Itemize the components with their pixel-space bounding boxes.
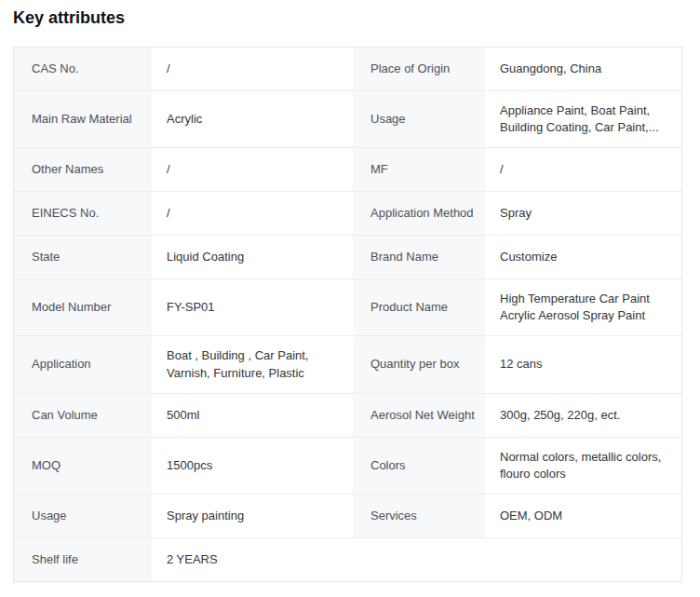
attribute-value: / <box>152 192 353 235</box>
attribute-label: Services <box>353 495 485 537</box>
table-row: Model Number FY-SP01 Product Name High T… <box>14 278 681 335</box>
attribute-value: 2 YEARS <box>152 538 681 581</box>
section-title: Key attributes <box>13 8 687 29</box>
attribute-label: Brand Name <box>353 236 485 278</box>
attribute-label: Usage <box>14 495 152 537</box>
attribute-value: Spray <box>485 192 681 235</box>
attribute-label: MOQ <box>14 438 152 494</box>
attribute-value: Customize <box>485 236 681 278</box>
table-row: Application Boat , Building , Car Paint,… <box>14 335 681 392</box>
attribute-value: High Temperature Car Paint Acrylic Aeros… <box>485 279 681 335</box>
attribute-label: Application Method <box>353 192 485 235</box>
attribute-label: Place of Origin <box>353 47 485 90</box>
attribute-value: / <box>152 47 353 90</box>
attribute-value: Guangdong, China <box>485 47 681 90</box>
attribute-value: Normal colors, metallic colors, flouro c… <box>485 438 681 494</box>
attribute-label: CAS No. <box>14 47 152 90</box>
attribute-value: Acrylic <box>152 91 353 147</box>
table-row: CAS No. / Place of Origin Guangdong, Chi… <box>14 47 681 90</box>
attribute-value: 12 cans <box>485 336 681 392</box>
attribute-label: Other Names <box>14 148 152 191</box>
attribute-label: EINECS No. <box>14 192 152 235</box>
attribute-value: FY-SP01 <box>152 279 353 335</box>
attribute-label: Quantity per box <box>353 336 485 392</box>
attribute-value: Spray painting <box>152 495 353 537</box>
attribute-label: Model Number <box>14 279 152 335</box>
attribute-label: Product Name <box>353 279 485 335</box>
attribute-value: Boat , Building , Car Paint, Varnish, Fu… <box>152 336 353 392</box>
attribute-value: / <box>485 148 681 191</box>
table-row: Can Volume 500ml Aerosol Net Weight 300g… <box>14 393 681 437</box>
attribute-value: Appliance Paint, Boat Paint, Building Co… <box>485 91 681 147</box>
table-row: EINECS No. / Application Method Spray <box>14 191 681 235</box>
attribute-label: Main Raw Material <box>14 91 152 147</box>
table-row: Other Names / MF / <box>14 147 681 191</box>
table-row: Usage Spray painting Services OEM, ODM <box>14 494 681 537</box>
attribute-value: 1500pcs <box>152 438 353 494</box>
attribute-label: State <box>14 236 152 278</box>
attribute-label: Aerosol Net Weight <box>353 394 485 437</box>
attribute-value: 300g, 250g, 220g, ect. <box>485 394 681 437</box>
attribute-label: Usage <box>353 91 485 147</box>
attribute-label: MF <box>353 148 485 191</box>
attribute-label: Application <box>14 336 152 392</box>
attribute-value: OEM, ODM <box>485 495 681 537</box>
attributes-table: CAS No. / Place of Origin Guangdong, Chi… <box>13 47 682 583</box>
attribute-label: Can Volume <box>14 394 152 437</box>
table-row: State Liquid Coating Brand Name Customiz… <box>14 235 681 278</box>
attribute-label: Shelf life <box>14 538 152 581</box>
attribute-value: Liquid Coating <box>152 236 353 278</box>
table-row: Shelf life 2 YEARS <box>14 537 681 581</box>
key-attributes-section: Key attributes CAS No. / Place of Origin… <box>0 0 700 597</box>
table-row: MOQ 1500pcs Colors Normal colors, metall… <box>14 437 681 494</box>
table-row: Main Raw Material Acrylic Usage Applianc… <box>14 90 681 147</box>
attribute-value: / <box>152 148 353 191</box>
attribute-value: 500ml <box>152 394 353 437</box>
attribute-label: Colors <box>353 438 485 494</box>
